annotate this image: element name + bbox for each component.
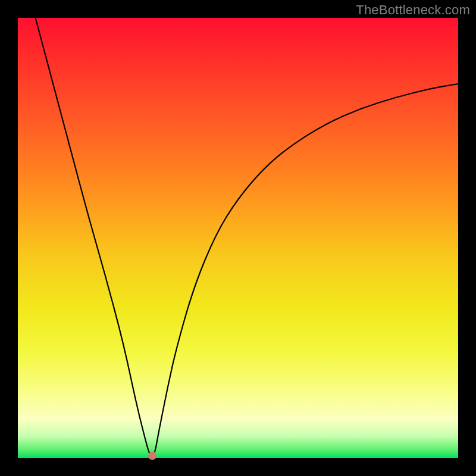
- chart-frame: TheBottleneck.com: [0, 0, 476, 476]
- curve-svg: [18, 18, 458, 458]
- bottleneck-curve: [36, 18, 458, 456]
- minimum-marker: [148, 452, 156, 460]
- plot-area: [18, 18, 458, 458]
- watermark-text: TheBottleneck.com: [356, 2, 470, 18]
